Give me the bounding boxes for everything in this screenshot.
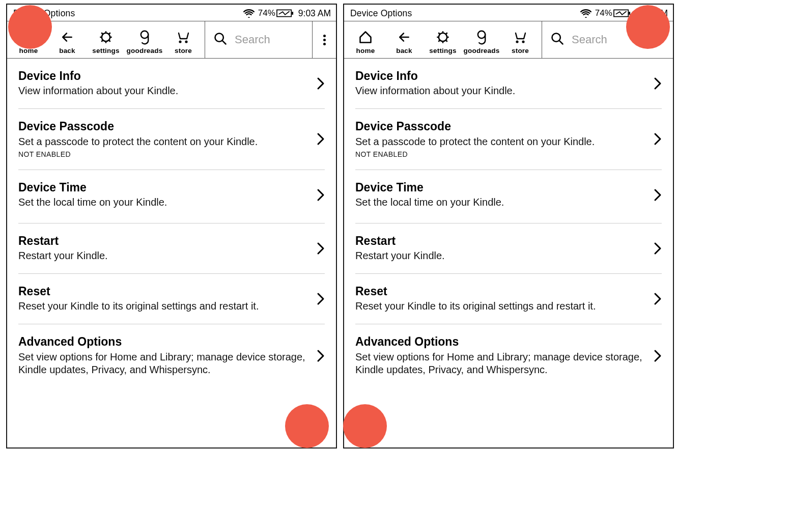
row-restart[interactable]: Restart Restart your Kindle.	[355, 223, 662, 274]
settings-list: Device Info View information about your …	[7, 59, 336, 387]
svg-point-2	[102, 33, 110, 41]
back-label: back	[396, 47, 412, 54]
svg-line-23	[438, 33, 440, 34]
settings-list: Device Info View information about your …	[344, 59, 673, 387]
annotation-marker	[285, 404, 329, 448]
chevron-right-icon	[654, 188, 662, 202]
wifi-icon	[580, 9, 591, 18]
goodreads-label: goodreads	[127, 47, 163, 54]
row-restart[interactable]: Restart Restart your Kindle.	[18, 223, 325, 274]
chevron-right-icon	[654, 242, 662, 255]
row-desc: Reset your Kindle to its original settin…	[18, 300, 306, 313]
row-title: Reset	[18, 285, 306, 298]
overflow-menu-button[interactable]	[312, 21, 336, 58]
chevron-right-icon	[317, 188, 325, 202]
goodreads-icon	[475, 29, 488, 46]
search-bar[interactable]: Search	[205, 21, 312, 58]
row-desc: View information about your Kindle.	[355, 85, 643, 97]
chevron-right-icon	[654, 349, 662, 362]
battery-icon	[613, 9, 631, 18]
row-title: Device Time	[18, 181, 306, 194]
row-title: Device Info	[18, 70, 306, 82]
svg-point-27	[478, 31, 485, 38]
back-button[interactable]: back	[48, 24, 87, 58]
svg-line-26	[446, 33, 447, 34]
chevron-right-icon	[654, 77, 662, 90]
row-desc: Set the local time on your Kindle.	[18, 196, 306, 209]
svg-point-11	[141, 31, 148, 38]
svg-rect-1	[292, 12, 293, 15]
chevron-right-icon	[317, 77, 325, 90]
status-title: Device Options	[350, 8, 412, 19]
row-device-time[interactable]: Device Time Set the local time on your K…	[355, 170, 662, 223]
svg-point-29	[522, 40, 524, 43]
annotation-marker	[343, 404, 387, 448]
chevron-right-icon	[654, 132, 662, 146]
row-reset[interactable]: Reset Reset your Kindle to its original …	[355, 274, 662, 324]
row-advanced-options[interactable]: Advanced Options Set view options for Ho…	[355, 324, 662, 387]
row-title: Advanced Options	[18, 335, 306, 348]
row-title: Advanced Options	[355, 335, 643, 348]
battery-percent: 74%	[595, 8, 612, 18]
svg-point-28	[516, 40, 518, 43]
home-button[interactable]: home	[346, 24, 385, 58]
store-label: store	[175, 47, 192, 54]
toolbar: home back settings	[344, 21, 673, 59]
row-device-info[interactable]: Device Info View information about your …	[18, 59, 325, 109]
row-title: Reset	[355, 285, 643, 298]
store-button[interactable]: store	[501, 24, 540, 58]
row-reset[interactable]: Reset Reset your Kindle to its original …	[18, 274, 325, 324]
store-button[interactable]: store	[164, 24, 203, 58]
goodreads-button[interactable]: goodreads	[462, 24, 501, 58]
row-advanced-options[interactable]: Advanced Options Set view options for Ho…	[18, 324, 325, 387]
svg-line-15	[222, 41, 226, 44]
chevron-right-icon	[317, 242, 325, 255]
back-icon	[397, 29, 412, 46]
settings-label: settings	[429, 47, 456, 54]
annotation-marker	[8, 5, 52, 49]
row-desc: View information about your Kindle.	[18, 85, 306, 97]
row-desc: Reset your Kindle to its original settin…	[355, 300, 643, 313]
status-bar: Device Options 74%	[7, 5, 336, 21]
row-desc: Set view options for Home and Library; m…	[355, 351, 643, 376]
back-label: back	[59, 47, 75, 54]
row-device-passcode[interactable]: Device Passcode Set a passcode to protec…	[355, 109, 662, 170]
device-screenshot-right: Device Options 74%	[343, 4, 674, 449]
row-status: NOT ENABLED	[355, 150, 643, 158]
status-bar: Device Options 74%	[344, 5, 673, 21]
annotation-marker	[626, 5, 670, 49]
store-label: store	[512, 47, 529, 54]
battery-status: 74%	[258, 8, 294, 18]
settings-button[interactable]: settings	[424, 24, 462, 58]
row-desc: Set a passcode to protect the content on…	[355, 135, 643, 148]
goodreads-button[interactable]: goodreads	[125, 24, 164, 58]
search-icon	[213, 32, 228, 48]
battery-icon	[276, 9, 294, 18]
settings-button[interactable]: settings	[87, 24, 125, 58]
row-device-time[interactable]: Device Time Set the local time on your K…	[18, 170, 325, 223]
wifi-icon	[243, 9, 255, 18]
device-screenshot-left: Device Options 74%	[6, 4, 337, 449]
settings-label: settings	[92, 47, 119, 54]
svg-line-31	[559, 41, 562, 44]
search-placeholder: Search	[235, 33, 270, 46]
home-label: home	[356, 47, 375, 54]
back-button[interactable]: back	[385, 24, 424, 58]
settings-icon	[99, 29, 113, 46]
svg-line-7	[101, 33, 103, 34]
row-device-passcode[interactable]: Device Passcode Set a passcode to protec…	[18, 109, 325, 170]
goodreads-label: goodreads	[464, 47, 500, 54]
goodreads-icon	[138, 29, 151, 46]
status-right: 74% 9:03 AM	[243, 8, 331, 19]
svg-line-24	[446, 40, 447, 42]
back-icon	[60, 29, 75, 46]
row-title: Device Time	[355, 181, 643, 194]
row-title: Restart	[18, 235, 306, 247]
row-desc: Set view options for Home and Library; m…	[18, 351, 306, 376]
svg-line-9	[101, 40, 103, 42]
row-device-info[interactable]: Device Info View information about your …	[355, 59, 662, 109]
status-time: 9:03 AM	[298, 8, 331, 19]
chevron-right-icon	[317, 292, 325, 305]
row-desc: Restart your Kindle.	[355, 249, 643, 262]
svg-line-10	[109, 33, 110, 34]
